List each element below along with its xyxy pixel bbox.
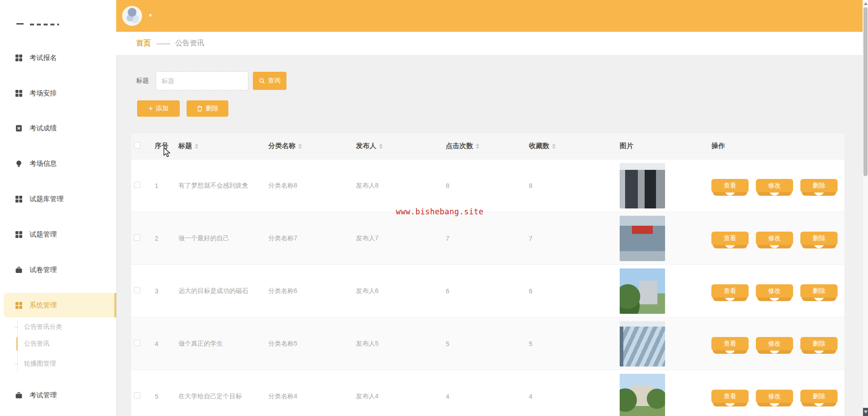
sidebar-item-4[interactable]: 试题库管理 bbox=[0, 190, 116, 208]
row-category: 分类名称5 bbox=[268, 340, 297, 347]
sort-carets-icon[interactable] bbox=[476, 144, 479, 149]
clipped-menu-item[interactable] bbox=[0, 0, 116, 28]
row-index: 3 bbox=[155, 287, 158, 295]
row-title: 在大学给自己定个目标 bbox=[178, 392, 242, 400]
row-title: 远大的目标是成功的磁石 bbox=[178, 287, 248, 294]
row-publisher: 发布人4 bbox=[356, 392, 379, 400]
row-clicks: 8 bbox=[446, 182, 449, 189]
sort-carets-icon[interactable] bbox=[195, 144, 198, 149]
row-checkbox[interactable] bbox=[134, 182, 140, 188]
bulb-icon bbox=[15, 160, 23, 168]
sidebar-item-0[interactable]: 考试报名 bbox=[0, 49, 116, 67]
column-header[interactable]: 标题 bbox=[178, 142, 268, 150]
delete-button[interactable]: 删除 bbox=[187, 100, 228, 117]
row-index: 5 bbox=[155, 393, 158, 400]
breadcrumb-home-link[interactable]: 首页 bbox=[136, 39, 151, 48]
sort-carets-icon[interactable] bbox=[552, 144, 556, 149]
edit-button[interactable]: 修改 bbox=[756, 284, 793, 298]
row-favorites: 4 bbox=[529, 393, 533, 400]
column-header[interactable]: 分类名称 bbox=[268, 142, 356, 150]
breadcrumb: 首页 —— 公告资讯 bbox=[116, 32, 868, 55]
scrollbar-thumb[interactable] bbox=[863, 7, 868, 176]
row-title: 做个真正的学生 bbox=[178, 340, 223, 347]
edit-button[interactable]: 修改 bbox=[756, 390, 793, 403]
row-clicks: 5 bbox=[446, 340, 449, 347]
topbar: ▾ bbox=[116, 0, 868, 32]
column-header[interactable]: 操作 bbox=[711, 142, 844, 150]
briefcase-icon bbox=[15, 266, 23, 274]
row-delete-button[interactable]: 删除 bbox=[800, 337, 838, 351]
table-header-row: 序号 标题 分类名称 发布人 点击次数 收藏数 图片 操作 bbox=[131, 133, 844, 159]
row-delete-button[interactable]: 删除 bbox=[800, 232, 838, 245]
row-checkbox[interactable] bbox=[134, 340, 140, 346]
scroll-up-arrow-icon[interactable] bbox=[864, 2, 868, 5]
row-index: 2 bbox=[155, 235, 158, 242]
title-filter-input[interactable] bbox=[156, 71, 248, 90]
row-delete-button[interactable]: 删除 bbox=[800, 284, 838, 298]
row-category: 分类名称6 bbox=[268, 287, 297, 294]
view-button[interactable]: 查看 bbox=[711, 232, 749, 245]
row-favorites: 6 bbox=[529, 287, 533, 295]
row-publisher: 发布人5 bbox=[356, 340, 379, 347]
view-button[interactable]: 查看 bbox=[711, 284, 749, 298]
scroll-down-arrow[interactable] bbox=[863, 408, 868, 416]
user-avatar[interactable] bbox=[123, 7, 141, 25]
column-header[interactable]: 收藏数 bbox=[529, 142, 620, 150]
tree-dash-icon bbox=[15, 327, 18, 327]
row-category: 分类名称4 bbox=[268, 392, 297, 400]
row-checkbox[interactable] bbox=[134, 287, 140, 293]
sidebar-item-7[interactable]: 系统管理 bbox=[4, 293, 116, 317]
edit-button[interactable]: 修改 bbox=[756, 337, 793, 351]
sort-carets-icon[interactable] bbox=[379, 144, 383, 149]
tree-dash-icon bbox=[15, 364, 18, 364]
row-index: 1 bbox=[155, 182, 158, 189]
search-icon bbox=[259, 78, 265, 84]
row-delete-button[interactable]: 删除 bbox=[800, 390, 838, 403]
column-header[interactable]: 序号 bbox=[155, 142, 178, 150]
announcement-image bbox=[620, 374, 665, 416]
row-checkbox[interactable] bbox=[134, 392, 140, 399]
grid-icon bbox=[15, 89, 23, 97]
sidebar: 考试报名 考场安排 考试成绩 考场信息 试题库管理 试题管理 试卷管理 系统管理… bbox=[0, 0, 116, 416]
view-button[interactable]: 查看 bbox=[711, 337, 749, 351]
edit-button[interactable]: 修改 bbox=[756, 179, 793, 193]
sidebar-item-5[interactable]: 试题管理 bbox=[0, 225, 116, 243]
select-all-cell bbox=[131, 142, 155, 150]
sidebar-item-2[interactable]: 考试成绩 bbox=[0, 119, 116, 137]
sidebar-subitem-2[interactable]: 轮播图管理 bbox=[24, 359, 56, 368]
sidebar-item-3[interactable]: 考场信息 bbox=[0, 154, 116, 173]
briefcase-icon bbox=[15, 391, 23, 399]
sidebar-subitem-0[interactable]: 公告资讯分类 bbox=[24, 322, 62, 332]
row-favorites: 5 bbox=[529, 340, 533, 347]
column-header[interactable]: 点击次数 bbox=[446, 142, 529, 150]
view-button[interactable]: 查看 bbox=[711, 179, 749, 193]
sidebar-item-1[interactable]: 考场安排 bbox=[0, 84, 116, 102]
view-button[interactable]: 查看 bbox=[711, 390, 749, 403]
grid-icon bbox=[15, 195, 23, 203]
edit-button[interactable]: 修改 bbox=[756, 232, 793, 245]
row-publisher: 发布人7 bbox=[356, 234, 379, 242]
select-all-checkbox[interactable] bbox=[134, 142, 140, 149]
sidebar-item-8[interactable]: 考试管理 bbox=[0, 386, 116, 404]
table-row: 2 做一个最好的自己 分类名称7 发布人7 7 7 查看 修改 删除 bbox=[131, 212, 844, 264]
announcement-image bbox=[620, 163, 665, 208]
column-header[interactable]: 发布人 bbox=[356, 142, 446, 150]
announcement-image bbox=[620, 268, 665, 314]
grid-icon bbox=[15, 54, 23, 62]
query-button[interactable]: 查询 bbox=[253, 72, 286, 90]
table-row: 5 在大学给自己定个目标 分类名称4 发布人4 4 4 查看 修改 删除 bbox=[131, 370, 844, 416]
sort-carets-icon[interactable] bbox=[298, 144, 302, 149]
column-header[interactable]: 图片 bbox=[620, 142, 711, 150]
vertical-scrollbar[interactable] bbox=[863, 0, 868, 416]
table-body: 1 有了梦想就不会感到疲惫 分类名称8 发布人8 8 8 查看 修改 删除 2 … bbox=[131, 159, 844, 416]
add-button[interactable]: + 添加 bbox=[137, 100, 180, 117]
chevron-down-icon[interactable]: ▾ bbox=[149, 12, 152, 19]
sidebar-item-6[interactable]: 试卷管理 bbox=[0, 261, 116, 279]
row-clicks: 6 bbox=[446, 287, 449, 295]
scroll-down-arrow-icon bbox=[864, 411, 868, 413]
row-delete-button[interactable]: 删除 bbox=[800, 179, 838, 193]
title-filter-label: 标题 bbox=[136, 77, 149, 85]
sidebar-subitem-1[interactable]: 公告资讯 bbox=[24, 339, 49, 348]
tree-dash-icon bbox=[15, 344, 18, 344]
row-checkbox[interactable] bbox=[134, 234, 140, 241]
